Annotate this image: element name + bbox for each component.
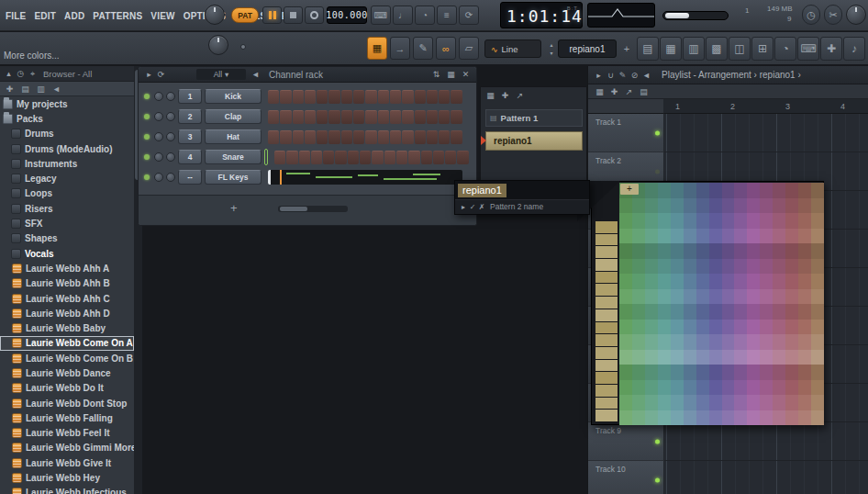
- color-cell[interactable]: [811, 304, 824, 320]
- color-cell[interactable]: [709, 304, 722, 320]
- color-cell[interactable]: [619, 274, 632, 289]
- toggle-browser-icon[interactable]: ◫: [729, 37, 751, 61]
- preset-color[interactable]: [595, 309, 618, 321]
- pl-add-icon[interactable]: ✚: [608, 85, 620, 97]
- color-cell[interactable]: [785, 380, 798, 396]
- color-cell[interactable]: [684, 243, 696, 259]
- pl-pencil-icon[interactable]: ✎: [617, 69, 629, 81]
- color-cell[interactable]: [747, 320, 760, 335]
- color-cell[interactable]: [734, 334, 747, 350]
- color-cell[interactable]: [671, 183, 684, 198]
- menu-add[interactable]: ADD: [64, 11, 84, 21]
- step-cell[interactable]: [341, 90, 352, 104]
- color-cell[interactable]: [632, 410, 645, 426]
- color-cell[interactable]: [619, 350, 632, 365]
- color-cell[interactable]: [632, 365, 645, 380]
- color-cell[interactable]: [645, 350, 658, 365]
- color-cell[interactable]: [696, 213, 709, 229]
- step-cell[interactable]: [305, 130, 316, 144]
- color-cell[interactable]: [722, 350, 735, 365]
- color-cell[interactable]: [785, 320, 798, 335]
- color-cell[interactable]: [811, 289, 824, 305]
- browser-item-laurie-webb-come-on-a[interactable]: Laurie Webb Come On A: [0, 336, 134, 351]
- color-cell[interactable]: [734, 365, 747, 380]
- color-cell[interactable]: [747, 334, 760, 350]
- browser-item-laurie-webb-ahh-b[interactable]: Laurie Webb Ahh B: [0, 276, 134, 291]
- color-cell[interactable]: [645, 259, 658, 275]
- channel-button-fl-keys[interactable]: FL Keys: [205, 170, 262, 185]
- color-cell[interactable]: [632, 380, 645, 396]
- step-cell[interactable]: [439, 90, 450, 104]
- color-cell[interactable]: [734, 380, 747, 396]
- color-cell[interactable]: [645, 410, 658, 426]
- color-cell[interactable]: [785, 334, 798, 350]
- step-cell[interactable]: [353, 130, 364, 144]
- color-cell[interactable]: [709, 243, 722, 259]
- shuffle-knob[interactable]: [205, 5, 225, 25]
- color-cell[interactable]: [734, 289, 747, 305]
- scissors-icon[interactable]: ✂: [824, 5, 842, 25]
- color-cell[interactable]: [671, 350, 684, 365]
- color-cell[interactable]: [709, 320, 722, 335]
- channel-pan-knob[interactable]: [154, 173, 163, 182]
- channel-number[interactable]: --: [178, 170, 202, 185]
- color-cell[interactable]: [722, 243, 735, 259]
- step-cell[interactable]: [328, 130, 339, 144]
- step-sequencer-icon[interactable]: ▦: [367, 37, 387, 60]
- color-cell[interactable]: [619, 304, 632, 320]
- history-icon[interactable]: ◷: [15, 68, 27, 79]
- browser-item-laurie-webb-hey[interactable]: Laurie Webb Hey: [0, 470, 134, 485]
- step-cell[interactable]: [268, 130, 279, 144]
- color-cell[interactable]: [811, 410, 824, 426]
- color-cell[interactable]: [747, 380, 760, 396]
- color-cell[interactable]: [632, 198, 645, 214]
- color-cell[interactable]: [785, 213, 798, 229]
- step-cell[interactable]: [286, 151, 297, 164]
- channel-volume-knob[interactable]: [166, 92, 175, 101]
- color-cell[interactable]: [658, 320, 671, 335]
- color-cell[interactable]: [747, 304, 760, 320]
- color-cell[interactable]: [671, 380, 684, 396]
- color-cell[interactable]: [645, 213, 658, 229]
- step-cell[interactable]: [365, 130, 376, 144]
- color-cell[interactable]: [734, 229, 747, 244]
- color-cell[interactable]: [811, 380, 824, 396]
- rack-horizontal-scrollbar[interactable]: [278, 206, 348, 212]
- rack-menu-icon[interactable]: ▸: [143, 69, 155, 81]
- color-cell[interactable]: [722, 304, 735, 320]
- step-cell[interactable]: [451, 130, 462, 144]
- typing-keyboard-icon[interactable]: ⌨: [371, 6, 391, 25]
- tempo-tap-icon[interactable]: ◔: [774, 37, 796, 61]
- color-cell[interactable]: [684, 304, 696, 320]
- color-cell[interactable]: [671, 259, 684, 275]
- color-cell[interactable]: [658, 395, 671, 410]
- color-cell[interactable]: [773, 274, 785, 289]
- channel-led[interactable]: [144, 154, 150, 160]
- color-cell[interactable]: [785, 350, 798, 365]
- submenu-arrow-icon[interactable]: ▸: [459, 203, 468, 212]
- pattern-item-repiano1[interactable]: repiano1: [485, 131, 583, 151]
- pl-magnet-icon[interactable]: ∪: [605, 69, 617, 81]
- color-cell[interactable]: [658, 198, 671, 214]
- color-cell[interactable]: [658, 259, 671, 275]
- rack-close-icon[interactable]: ✕: [460, 69, 472, 81]
- step-cell[interactable]: [335, 151, 346, 164]
- color-cell[interactable]: [785, 365, 798, 380]
- color-cell[interactable]: [722, 259, 735, 275]
- browser-item-vocals[interactable]: Vocals: [0, 246, 134, 261]
- channel-led[interactable]: [144, 174, 150, 180]
- color-cell[interactable]: [696, 380, 709, 396]
- preset-color[interactable]: [595, 272, 618, 284]
- color-cell[interactable]: [671, 289, 684, 305]
- color-cell[interactable]: [785, 183, 798, 198]
- color-cell[interactable]: [747, 259, 760, 275]
- step-cell[interactable]: [433, 151, 444, 164]
- color-cell[interactable]: [684, 365, 696, 380]
- step-cell[interactable]: [402, 90, 413, 104]
- color-cell[interactable]: [811, 259, 824, 275]
- color-cell[interactable]: [684, 183, 696, 198]
- color-cell[interactable]: [696, 410, 709, 426]
- add-channel-button[interactable]: +: [230, 201, 238, 215]
- color-cell[interactable]: [696, 365, 709, 380]
- color-cell[interactable]: [760, 259, 773, 275]
